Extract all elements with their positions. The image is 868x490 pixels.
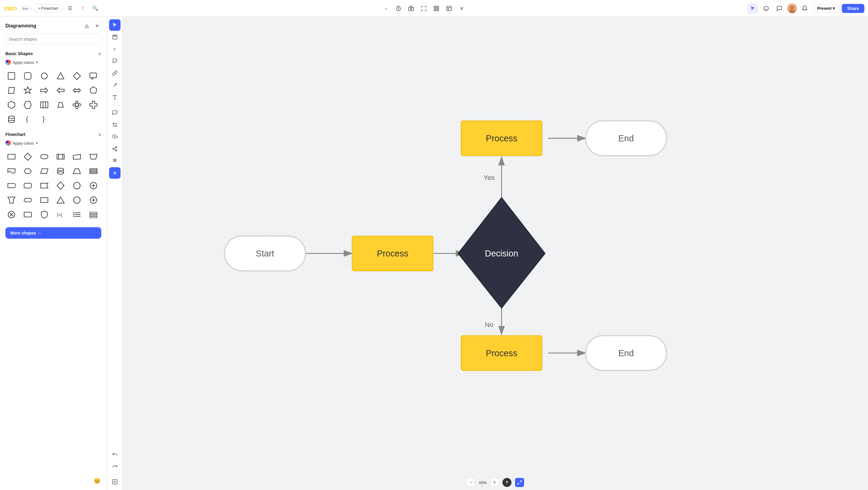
fc-funnel[interactable] bbox=[5, 193, 18, 207]
basic-apply-colors-row[interactable]: Apply colors ▾ bbox=[0, 58, 107, 68]
svg-marker-77 bbox=[57, 197, 64, 203]
comment-tool-button[interactable] bbox=[109, 107, 121, 118]
fc-plus-circle[interactable] bbox=[87, 179, 100, 192]
text-tool-button[interactable]: T bbox=[109, 43, 121, 55]
miro-logo: miro bbox=[4, 4, 17, 12]
share-icon-button[interactable]: ↑ bbox=[78, 4, 87, 13]
fc-circle2[interactable] bbox=[70, 193, 84, 207]
svg-point-107 bbox=[113, 148, 114, 150]
ai-tool-button[interactable] bbox=[109, 155, 121, 167]
fc-predefined[interactable] bbox=[54, 150, 67, 163]
camera-button[interactable] bbox=[406, 3, 416, 14]
fc-xmark-circle[interactable] bbox=[5, 208, 18, 221]
arrow-tool-button[interactable] bbox=[109, 80, 121, 91]
flowchart-shapes-grid: }={ bbox=[0, 149, 107, 225]
shape-circle[interactable] bbox=[38, 69, 51, 83]
fc-delay[interactable] bbox=[5, 179, 18, 192]
shape-cylinder[interactable] bbox=[5, 113, 18, 126]
flowchart-button[interactable]: + Flowchart bbox=[34, 4, 62, 12]
svg-marker-23 bbox=[91, 78, 93, 79]
text2-tool-button[interactable] bbox=[109, 92, 121, 103]
fc-manual-input[interactable] bbox=[70, 150, 84, 163]
svg-marker-62 bbox=[73, 169, 81, 174]
fc-circle-plus[interactable] bbox=[87, 193, 100, 207]
canvas[interactable]: Yes No Start Process Decision Process En… bbox=[123, 17, 434, 245]
fc-decision[interactable] bbox=[21, 150, 34, 163]
crop-tool-button[interactable] bbox=[109, 119, 121, 130]
svg-rect-17 bbox=[8, 73, 15, 79]
shape-arrow-left[interactable] bbox=[54, 84, 67, 97]
search-input[interactable] bbox=[5, 34, 102, 44]
fc-data[interactable] bbox=[87, 164, 100, 178]
basic-shapes-section-header[interactable]: Basic Shapes ∨ bbox=[0, 49, 107, 58]
close-icon-button[interactable]: ✕ bbox=[93, 22, 101, 30]
svg-rect-32 bbox=[41, 102, 48, 108]
shape-diamond[interactable] bbox=[70, 69, 84, 83]
shape-star[interactable] bbox=[21, 84, 34, 97]
search-icon-button[interactable]: 🔍 bbox=[90, 4, 100, 13]
timer-button[interactable] bbox=[393, 3, 404, 14]
shape-hexagon2[interactable] bbox=[21, 98, 34, 112]
fc-process[interactable] bbox=[5, 150, 18, 163]
fc-brackets[interactable]: }={ bbox=[54, 208, 67, 221]
upload-tool-button[interactable] bbox=[109, 131, 121, 143]
shape-callout[interactable] bbox=[87, 69, 100, 83]
svg-marker-41 bbox=[90, 101, 97, 109]
add-tool-button[interactable] bbox=[109, 167, 121, 179]
svg-marker-49 bbox=[24, 153, 31, 160]
fc-terminal[interactable] bbox=[38, 150, 51, 163]
fc-circle[interactable] bbox=[70, 179, 84, 192]
shape-hexagon[interactable] bbox=[5, 98, 18, 112]
fc-stadium[interactable] bbox=[21, 193, 34, 207]
collapse-button[interactable]: › bbox=[380, 3, 391, 14]
shape-triangle[interactable] bbox=[54, 69, 67, 83]
fc-cylinder[interactable] bbox=[54, 164, 67, 178]
grid-button[interactable] bbox=[431, 3, 434, 14]
shape-brace-right[interactable]: } bbox=[38, 113, 51, 126]
shape-cross[interactable] bbox=[87, 98, 100, 112]
svg-rect-76 bbox=[41, 198, 48, 203]
svg-point-92 bbox=[73, 216, 74, 217]
fc-diamond2[interactable] bbox=[54, 179, 67, 192]
frame-tool-button[interactable] bbox=[109, 31, 121, 43]
flowchart-section-header[interactable]: Flowchart ∨ bbox=[0, 130, 107, 139]
shape-flower[interactable] bbox=[70, 98, 84, 112]
svg-point-90 bbox=[73, 212, 74, 213]
shape-arrow-right[interactable] bbox=[38, 84, 51, 97]
svg-marker-26 bbox=[41, 88, 48, 93]
flowchart-apply-colors-row[interactable]: Apply colors ▾ bbox=[0, 139, 107, 149]
fc-rect2[interactable] bbox=[38, 193, 51, 207]
shape-brace-left[interactable]: { bbox=[21, 113, 34, 126]
shape-skewed-rect[interactable] bbox=[5, 84, 18, 97]
fc-list1[interactable] bbox=[70, 208, 84, 221]
fc-hexagon[interactable] bbox=[21, 164, 34, 178]
fc-rect-notched[interactable] bbox=[38, 179, 51, 192]
shape-trapezoid[interactable] bbox=[54, 98, 67, 112]
svg-marker-74 bbox=[8, 197, 15, 203]
download-icon-button[interactable] bbox=[83, 22, 91, 30]
connections-tool-button[interactable] bbox=[109, 143, 121, 155]
sticky-note-button[interactable] bbox=[109, 56, 121, 67]
more-shapes-button[interactable]: More shapes → bbox=[5, 227, 101, 239]
shape-pentagon[interactable] bbox=[87, 84, 100, 97]
shape-arrow-both[interactable] bbox=[70, 84, 84, 97]
shape-square[interactable] bbox=[5, 69, 18, 83]
flowchart-title: Flowchart bbox=[5, 132, 25, 137]
shape-columns[interactable] bbox=[38, 98, 51, 112]
fc-list2[interactable] bbox=[87, 208, 100, 221]
select-tool-button[interactable] bbox=[109, 19, 121, 31]
fc-rect3[interactable] bbox=[21, 208, 34, 221]
fc-triangle[interactable] bbox=[54, 193, 67, 207]
basic-shapes-grid: { } bbox=[0, 68, 107, 130]
fc-parallelogram[interactable] bbox=[38, 164, 51, 178]
svg-text:}={: }={ bbox=[57, 212, 62, 217]
connect-tool-button[interactable] bbox=[109, 67, 121, 79]
fullscreen-button[interactable] bbox=[418, 3, 429, 14]
fc-loop[interactable] bbox=[70, 164, 84, 178]
menu-button[interactable]: ☰ bbox=[65, 4, 75, 13]
fc-doc[interactable] bbox=[5, 164, 18, 178]
fc-rounded-rect[interactable] bbox=[21, 179, 34, 192]
fc-manual-op[interactable] bbox=[87, 150, 100, 163]
shape-rounded-rect[interactable] bbox=[21, 69, 34, 83]
fc-shield[interactable] bbox=[38, 208, 51, 221]
